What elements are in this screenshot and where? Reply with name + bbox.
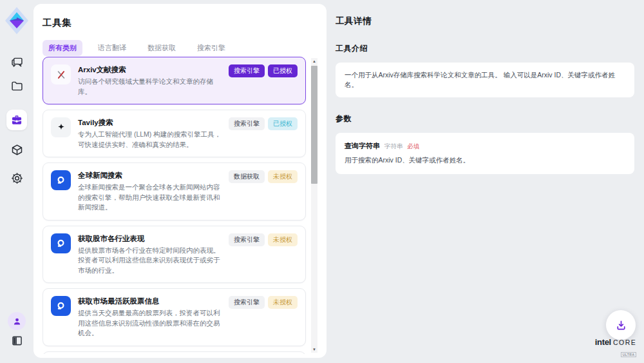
param-desc: 用于搜索的Arxiv ID、关键字或作者姓名。	[345, 156, 625, 165]
scroll-up-icon[interactable]	[311, 58, 317, 64]
tool-name: 获取市场最活跃股票信息	[78, 296, 222, 306]
intel-wordmark: intel	[595, 337, 611, 347]
tool-card[interactable]: 获取市场最活跃股票信息提供当天交易量最高的股票列表，投资者可以利用这些信息来识别…	[43, 288, 306, 346]
category-badge: 搜索引擎	[229, 117, 265, 130]
auth-status-badge: 已授权	[268, 117, 298, 130]
category-badge: 搜索引擎	[229, 64, 265, 77]
details-title: 工具详情	[336, 15, 634, 27]
param-name: 查询字符串	[345, 141, 380, 151]
core-wordmark: core	[613, 338, 636, 346]
q-globe-icon	[51, 296, 71, 316]
tab-language-translation[interactable]: 语言翻译	[92, 40, 132, 56]
tool-name: 获取股市各行业表现	[78, 233, 222, 244]
tool-card[interactable]: 万维地区新闻查询查询具体行政区划内的新闻，快速了解各地新闻动态。搜索引擎未授权	[43, 351, 306, 355]
tool-badges: 搜索引擎已授权	[229, 117, 298, 150]
arxiv-x-icon	[51, 64, 71, 84]
tool-card[interactable]: Arxiv文献搜索访问各个研究领域大量科学论文和文章的存储库。搜索引擎已授权	[43, 57, 306, 104]
download-button[interactable]	[606, 310, 636, 340]
toolset-title: 工具集	[43, 17, 317, 29]
tool-description: 提供股票市场各个行业在特定时间段内的表现。投资者可以利用这些信息来识别表现优于或…	[78, 246, 222, 276]
intro-text: 一个用于从Arxiv存储库搜索科学论文和文章的工具。 输入可以是Arxiv ID…	[336, 63, 634, 97]
tool-description: 提供当天交易量最高的股票列表，投资者可以利用这些信息来识别流动性强的股票和潜在的…	[78, 308, 222, 338]
params-heading: 参数	[336, 113, 634, 124]
category-badge: 搜索引擎	[229, 233, 265, 246]
toolset-panel: 工具集 所有类别 语言翻译 数据获取 搜索引擎 Arxiv文献搜索访问各个研究领…	[33, 4, 327, 358]
scroll-down-icon[interactable]	[311, 346, 317, 353]
param-required-badge: 必填	[408, 142, 420, 151]
intro-heading: 工具介绍	[336, 43, 634, 54]
tab-search-engine[interactable]: 搜索引擎	[191, 40, 231, 56]
tool-badges: 数据获取未授权	[229, 170, 298, 213]
auth-status-badge: 未授权	[268, 233, 298, 246]
tool-description: 专为人工智能代理 (LLM) 构建的搜索引擎工具，可快速提供实时、准确和真实的结…	[78, 130, 222, 150]
user-icon[interactable]	[8, 312, 26, 330]
tool-description: 全球新闻搜索是一个聚合全球各大新闻网站内容的搜索引擎，帮助用户快速获取全球最新资…	[78, 182, 222, 213]
tab-all-categories[interactable]: 所有类别	[43, 40, 82, 56]
tool-list: Arxiv文献搜索访问各个研究领域大量科学论文和文章的存储库。搜索引擎已授权Ta…	[43, 57, 317, 354]
panel-layout-icon[interactable]	[9, 333, 24, 348]
briefcase-icon[interactable]	[6, 110, 27, 130]
tool-badges: 搜索引擎未授权	[229, 233, 298, 276]
auth-status-badge: 未授权	[268, 296, 298, 309]
param-item: 查询字符串 字符串 必填 用于搜索的Arxiv ID、关键字或作者姓名。	[336, 133, 634, 174]
auth-status-badge: 已授权	[268, 64, 298, 77]
tool-badges: 搜索引擎已授权	[229, 64, 298, 97]
download-icon	[615, 319, 627, 331]
app-logo	[5, 6, 29, 35]
tool-card[interactable]: 全球新闻搜索全球新闻搜索是一个聚合全球各大新闻网站内容的搜索引擎，帮助用户快速获…	[43, 162, 306, 221]
tool-card[interactable]: 获取股市各行业表现提供股票市场各个行业在特定时间段内的表现。投资者可以利用这些信…	[43, 226, 306, 284]
tool-name: 全球新闻搜索	[78, 170, 222, 181]
category-badge: 数据获取	[229, 170, 265, 183]
left-rail	[0, 0, 33, 363]
intel-core-logo: intel core ultra	[592, 337, 639, 358]
q-globe-icon	[51, 233, 71, 253]
tool-details: 工具详情 工具介绍 一个用于从Arxiv存储库搜索科学论文和文章的工具。 输入可…	[336, 0, 634, 174]
param-type: 字符串	[384, 142, 403, 151]
tool-description: 访问各个研究领域大量科学论文和文章的存储库。	[78, 77, 222, 97]
tab-data-acquisition[interactable]: 数据获取	[142, 40, 182, 56]
auth-status-badge: 未授权	[268, 170, 298, 183]
sparkle-icon	[51, 117, 71, 137]
ultra-badge: ultra	[621, 352, 637, 357]
gear-icon[interactable]	[9, 170, 24, 186]
tool-badges: 搜索引擎未授权	[229, 296, 298, 338]
q-globe-icon	[51, 170, 71, 190]
scrollbar[interactable]	[311, 58, 317, 353]
category-badge: 搜索引擎	[229, 296, 265, 309]
tool-name: Tavily搜索	[78, 117, 222, 128]
scrollbar-thumb[interactable]	[311, 66, 317, 184]
tool-card[interactable]: Tavily搜索专为人工智能代理 (LLM) 构建的搜索引擎工具，可快速提供实时…	[43, 110, 306, 157]
tool-name: Arxiv文献搜索	[78, 64, 222, 75]
folder-icon[interactable]	[9, 78, 24, 93]
category-tabs: 所有类别 语言翻译 数据获取 搜索引擎	[43, 40, 317, 56]
cube-icon[interactable]	[9, 142, 24, 157]
chat-icon[interactable]	[9, 54, 24, 70]
